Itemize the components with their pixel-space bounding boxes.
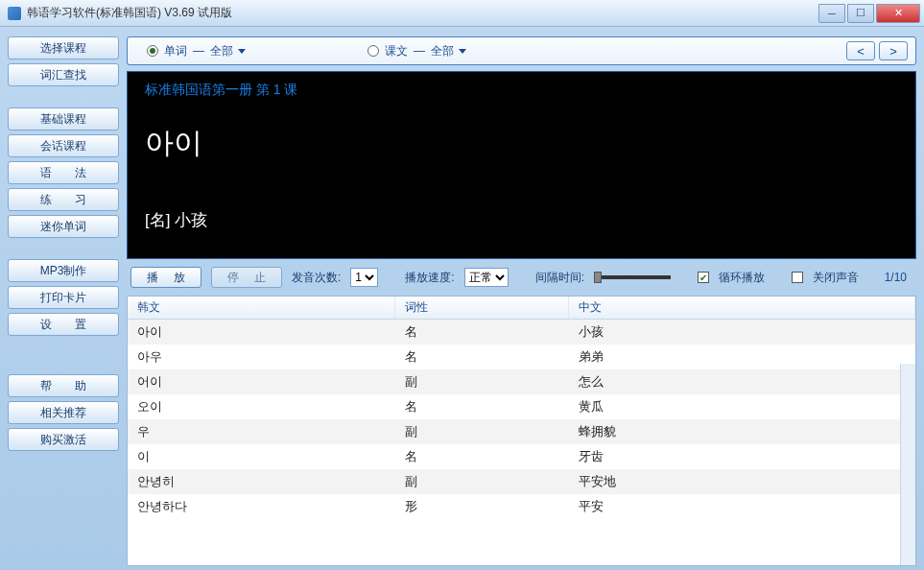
- table-row[interactable]: 오이名黄瓜: [128, 394, 915, 419]
- play-button[interactable]: 播 放: [130, 267, 201, 288]
- count-select[interactable]: 1: [350, 268, 378, 287]
- col-pos[interactable]: 词性: [395, 297, 569, 320]
- sidebar: 选择课程 词汇查找 基础课程 会话课程 语 法 练 习 迷你单词 MP3制作 打…: [8, 36, 119, 566]
- table-row[interactable]: 아우名弟弟: [128, 344, 915, 369]
- filter-word-label: 单词: [164, 43, 187, 59]
- count-label: 发音次数:: [292, 270, 341, 286]
- sidebar-print[interactable]: 打印卡片: [8, 286, 119, 309]
- sidebar-select-course[interactable]: 选择课程: [8, 36, 119, 59]
- sidebar-related[interactable]: 相关推荐: [8, 401, 119, 424]
- radio-word-icon[interactable]: [147, 45, 158, 57]
- display-panel: 标准韩国语第一册 第 1 课 아이 [名] 小孩: [127, 71, 916, 259]
- table-row[interactable]: 안녕히副平安地: [128, 469, 915, 494]
- maximize-button[interactable]: ☐: [847, 4, 874, 23]
- word-meaning: [名] 小孩: [145, 209, 898, 231]
- titlebar: 韩语学习软件(标准韩国语) V3.69 试用版 ─ ☐ ✕: [0, 0, 924, 27]
- chevron-down-icon: [459, 49, 466, 54]
- control-bar: 播 放 停 止 发音次数: 1 播放速度: 正常 间隔时间: ✔ 循环播放 关闭…: [127, 265, 916, 290]
- scrollbar[interactable]: [900, 364, 915, 565]
- interval-slider[interactable]: [594, 275, 671, 279]
- filter-text-label: 课文: [385, 43, 408, 59]
- chevron-down-icon: [238, 49, 246, 54]
- mute-label: 关闭声音: [813, 270, 859, 286]
- interval-label: 间隔时间:: [535, 270, 584, 286]
- mute-checkbox[interactable]: [792, 272, 803, 283]
- nav-arrows: < >: [846, 41, 908, 60]
- sidebar-help[interactable]: 帮 助: [8, 374, 119, 397]
- filter-bar: 单词 — 全部 课文 — 全部 < >: [127, 36, 916, 65]
- sidebar-basic-course[interactable]: 基础课程: [8, 107, 119, 131]
- app-body: 选择课程 词汇查找 基础课程 会话课程 语 法 练 习 迷你单词 MP3制作 打…: [0, 27, 924, 570]
- filter-text-scope[interactable]: 全部: [431, 43, 466, 59]
- filter-text-group[interactable]: 课文 — 全部: [367, 43, 466, 59]
- lesson-title: 标准韩国语第一册 第 1 课: [145, 82, 898, 99]
- vocab-table: 韩文 词性 中文 아이名小孩아우名弟弟어이副怎么오이名黄瓜우副蜂拥貌이名牙齿안녕…: [128, 297, 915, 519]
- korean-word: 아이: [145, 124, 898, 163]
- sidebar-grammar[interactable]: 语 法: [8, 161, 119, 184]
- sidebar-mini-words[interactable]: 迷你单词: [8, 215, 119, 238]
- table-row[interactable]: 아이名小孩: [128, 320, 915, 344]
- slider-thumb[interactable]: [594, 272, 602, 283]
- radio-text-icon[interactable]: [367, 45, 379, 57]
- window-title: 韩语学习软件(标准韩国语) V3.69 试用版: [27, 5, 817, 21]
- sidebar-settings[interactable]: 设 置: [8, 313, 119, 336]
- table-row[interactable]: 우副蜂拥貌: [128, 419, 915, 444]
- speed-select[interactable]: 正常: [464, 268, 509, 287]
- next-button[interactable]: >: [879, 41, 908, 60]
- sidebar-mp3[interactable]: MP3制作: [8, 259, 119, 282]
- loop-label: 循环播放: [719, 270, 765, 286]
- main-area: 单词 — 全部 课文 — 全部 < > 标准韩国语第一册 第 1 课 아이 [名…: [127, 36, 916, 566]
- loop-checkbox[interactable]: ✔: [698, 272, 709, 283]
- sidebar-vocab-search[interactable]: 词汇查找: [8, 63, 119, 86]
- table-row[interactable]: 안녕하다形平安: [128, 494, 915, 519]
- sidebar-buy[interactable]: 购买激活: [8, 428, 119, 451]
- sidebar-conversation[interactable]: 会话课程: [8, 134, 119, 157]
- speed-label: 播放速度:: [405, 270, 454, 286]
- prev-button[interactable]: <: [846, 41, 875, 60]
- close-button[interactable]: ✕: [876, 4, 920, 23]
- col-korean[interactable]: 韩文: [128, 297, 395, 320]
- table-row[interactable]: 이名牙齿: [128, 444, 915, 469]
- app-icon: [8, 7, 21, 20]
- window-controls: ─ ☐ ✕: [817, 4, 920, 23]
- filter-word-group[interactable]: 单词 — 全部: [147, 43, 246, 59]
- minimize-button[interactable]: ─: [818, 4, 845, 23]
- sidebar-practice[interactable]: 练 习: [8, 188, 119, 211]
- table-row[interactable]: 어이副怎么: [128, 369, 915, 394]
- filter-word-scope[interactable]: 全部: [210, 43, 246, 59]
- vocab-table-wrap: 韩文 词性 中文 아이名小孩아우名弟弟어이副怎么오이名黄瓜우副蜂拥貌이名牙齿안녕…: [127, 296, 916, 566]
- stop-button[interactable]: 停 止: [211, 267, 282, 288]
- col-chinese[interactable]: 中文: [568, 297, 914, 320]
- progress-counter: 1/10: [885, 271, 907, 284]
